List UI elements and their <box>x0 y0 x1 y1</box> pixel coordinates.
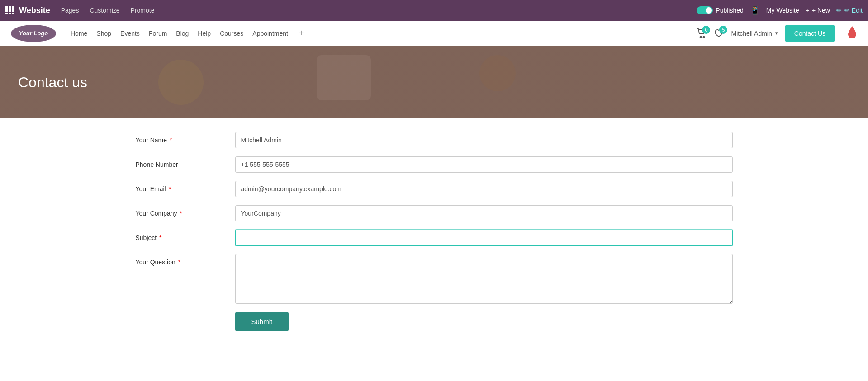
form-row-your-company: Your Company * <box>136 205 733 221</box>
published-toggle[interactable] <box>697 6 713 14</box>
my-website-button[interactable]: My Website <box>766 7 799 14</box>
logo-wrap: Your Logo <box>11 25 56 42</box>
drop-icon <box>847 25 857 42</box>
admin-bar: Website Pages Customize Promote Publishe… <box>0 0 868 21</box>
label-your-company: Your Company * <box>136 205 235 217</box>
nav-courses[interactable]: Courses <box>220 30 243 37</box>
grid-icon[interactable] <box>5 6 14 14</box>
svg-rect-2 <box>12 6 14 9</box>
label-your-email: Your Email * <box>136 181 235 193</box>
cart-icon-wrap[interactable]: 0 <box>697 28 707 38</box>
form-row-submit: Submit <box>136 312 733 331</box>
published-toggle-wrap: Published <box>697 6 744 14</box>
nav-home[interactable]: Home <box>71 30 87 37</box>
plus-icon: + <box>806 7 809 14</box>
site-nav: Your Logo Home Shop Events Forum Blog He… <box>0 21 868 46</box>
svg-point-10 <box>703 36 705 38</box>
input-subject[interactable] <box>235 230 733 246</box>
label-your-question: Your Question * <box>136 254 235 266</box>
admin-nav: Pages Customize Promote <box>61 7 697 14</box>
site-logo[interactable]: Your Logo <box>11 25 56 42</box>
hero-banner: Contact us <box>0 46 868 118</box>
label-your-name: Your Name * <box>136 132 235 144</box>
contact-us-button[interactable]: Contact Us <box>785 25 835 42</box>
svg-rect-3 <box>5 9 8 12</box>
nav-appointment[interactable]: Appointment <box>252 30 288 37</box>
chevron-down-icon: ▾ <box>775 30 778 36</box>
svg-rect-0 <box>5 6 8 9</box>
textarea-your-question[interactable] <box>235 254 733 304</box>
new-label: + New <box>812 7 830 14</box>
input-your-email[interactable] <box>235 181 733 197</box>
site-title: Website <box>19 6 50 15</box>
input-phone-number[interactable] <box>235 156 733 173</box>
user-name: Mitchell Admin <box>731 30 772 37</box>
logo-text: Your Logo <box>19 30 48 37</box>
form-row-phone-number: Phone Number <box>136 156 733 173</box>
svg-point-9 <box>700 36 702 38</box>
nav-right: 0 5 Mitchell Admin ▾ Contact Us <box>697 25 857 42</box>
svg-rect-6 <box>5 13 8 14</box>
svg-rect-5 <box>12 9 14 12</box>
nav-events[interactable]: Events <box>120 30 140 37</box>
pencil-icon: ✏ <box>836 7 842 14</box>
edit-button[interactable]: ✏ ✏ Edit <box>836 7 863 14</box>
svg-rect-8 <box>12 13 14 14</box>
hero-title: Contact us <box>18 74 87 91</box>
nav-shop[interactable]: Shop <box>96 30 111 37</box>
contact-form-container: Your Name * Phone Number Your Email * Yo… <box>118 118 751 367</box>
site-nav-links: Home Shop Events Forum Blog Help Courses… <box>71 28 697 38</box>
input-your-company[interactable] <box>235 205 733 221</box>
user-menu[interactable]: Mitchell Admin ▾ <box>731 30 778 37</box>
nav-blog[interactable]: Blog <box>176 30 189 37</box>
label-subject: Subject * <box>136 230 235 241</box>
form-row-subject: Subject * <box>136 230 733 246</box>
form-row-your-question: Your Question * <box>136 254 733 304</box>
svg-rect-1 <box>9 6 11 9</box>
cart-badge: 0 <box>702 26 710 34</box>
form-row-your-email: Your Email * <box>136 181 733 197</box>
wishlist-badge: 5 <box>719 26 727 34</box>
new-button[interactable]: + + New <box>806 7 830 14</box>
label-phone-number: Phone Number <box>136 156 235 168</box>
svg-rect-7 <box>9 13 11 14</box>
admin-nav-promote[interactable]: Promote <box>131 7 155 14</box>
nav-help[interactable]: Help <box>198 30 211 37</box>
admin-bar-right: Published 📱 My Website + + New ✏ ✏ Edit <box>697 5 863 15</box>
input-your-name[interactable] <box>235 132 733 148</box>
wishlist-icon-wrap[interactable]: 5 <box>714 28 724 38</box>
admin-nav-pages[interactable]: Pages <box>61 7 79 14</box>
admin-nav-customize[interactable]: Customize <box>90 7 119 14</box>
nav-forum[interactable]: Forum <box>149 30 167 37</box>
submit-button[interactable]: Submit <box>235 312 289 331</box>
edit-label: ✏ Edit <box>844 7 863 14</box>
form-row-your-name: Your Name * <box>136 132 733 148</box>
svg-rect-4 <box>9 9 11 12</box>
add-nav-item-icon[interactable]: + <box>299 28 304 38</box>
published-label: Published <box>716 7 744 14</box>
mobile-preview-icon[interactable]: 📱 <box>750 5 760 15</box>
